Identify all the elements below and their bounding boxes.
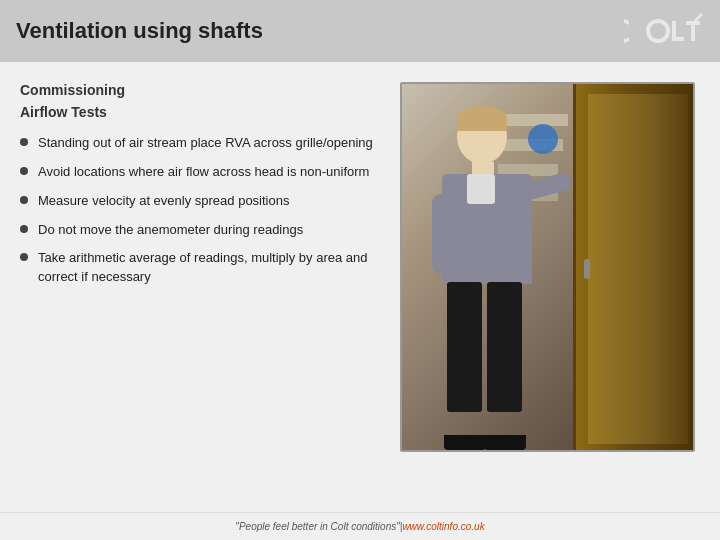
bullet-dot bbox=[20, 225, 28, 233]
bullet-text-2: Avoid locations where air flow across he… bbox=[38, 163, 369, 182]
list-item: Measure velocity at evenly spread positi… bbox=[20, 192, 380, 211]
logo bbox=[624, 11, 704, 51]
photo-inner bbox=[402, 84, 693, 450]
page-title: Ventilation using shafts bbox=[16, 18, 263, 44]
bullet-text-1: Standing out of air stream place RVA acr… bbox=[38, 134, 373, 153]
list-item: Standing out of air stream place RVA acr… bbox=[20, 134, 380, 153]
bullet-dot bbox=[20, 138, 28, 146]
right-panel bbox=[400, 82, 700, 512]
bullet-list: Standing out of air stream place RVA acr… bbox=[20, 134, 380, 287]
bullet-dot bbox=[20, 253, 28, 261]
main-content: Commissioning Airflow Tests Standing out… bbox=[0, 62, 720, 522]
list-item: Do not move the anemometer during readin… bbox=[20, 221, 380, 240]
bullet-dot bbox=[20, 196, 28, 204]
footer: "People feel better in Colt conditions" … bbox=[0, 512, 720, 540]
footer-tagline: "People feel better in Colt conditions" bbox=[235, 521, 399, 532]
bullet-text-4: Do not move the anemometer during readin… bbox=[38, 221, 303, 240]
door-element bbox=[573, 84, 693, 452]
bullet-text-3: Measure velocity at evenly spread positi… bbox=[38, 192, 289, 211]
list-item: Take arithmetic average of readings, mul… bbox=[20, 249, 380, 287]
airflow-label: Airflow Tests bbox=[20, 104, 380, 120]
header: Ventilation using shafts bbox=[0, 0, 720, 62]
svg-rect-2 bbox=[672, 37, 684, 41]
commissioning-label: Commissioning bbox=[20, 82, 380, 98]
svg-line-5 bbox=[695, 14, 702, 21]
svg-rect-4 bbox=[691, 21, 695, 41]
photo-frame bbox=[400, 82, 695, 452]
bullet-text-5: Take arithmetic average of readings, mul… bbox=[38, 249, 380, 287]
colt-logo-svg bbox=[624, 11, 704, 51]
bullet-dot bbox=[20, 167, 28, 175]
svg-point-0 bbox=[648, 21, 668, 41]
footer-url: www.coltinfo.co.uk bbox=[402, 521, 484, 532]
left-panel: Commissioning Airflow Tests Standing out… bbox=[20, 82, 400, 512]
list-item: Avoid locations where air flow across he… bbox=[20, 163, 380, 182]
